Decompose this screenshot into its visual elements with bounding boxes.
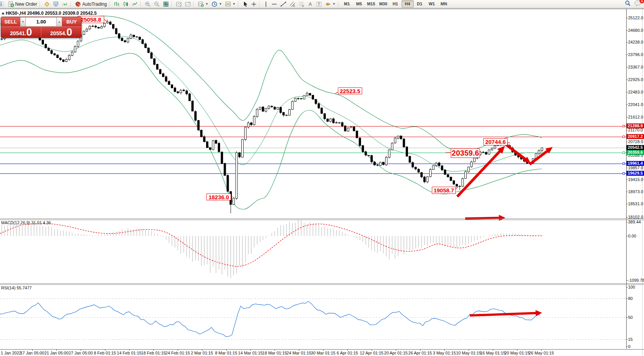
candle-bull xyxy=(427,177,428,182)
text-label-tool-button[interactable]: T xyxy=(314,0,324,8)
volume-decrease-button[interactable]: ▼ xyxy=(20,17,26,27)
timeframe-button-mn[interactable]: MN xyxy=(438,0,450,8)
chart-shift-icon xyxy=(185,1,191,7)
candle-bear xyxy=(341,123,343,126)
rsi-line xyxy=(0,301,540,337)
timeframe-button-m15[interactable]: M15 xyxy=(365,0,377,8)
text-a-icon: A xyxy=(308,1,313,7)
price-callout-20359.6[interactable]: 20359.6 xyxy=(451,148,480,158)
auto-scroll-button[interactable] xyxy=(174,0,183,8)
timeframe-button-m1[interactable]: M1 xyxy=(341,0,353,8)
candle-bear xyxy=(333,119,335,123)
chart-window-icon[interactable] xyxy=(0,1,3,7)
chart-plot-area[interactable] xyxy=(0,0,644,356)
new-order-button[interactable]: New Order xyxy=(6,0,39,8)
timeframe-button-h4[interactable]: H4 xyxy=(402,0,414,8)
autotrading-button[interactable]: AutoTrading xyxy=(73,0,108,8)
trend-arrow-shaft[interactable] xyxy=(506,145,527,160)
candle-bear xyxy=(450,177,452,181)
price-callout-19058.7[interactable]: 19058.7 xyxy=(432,187,456,194)
price-callout-18236.0[interactable]: 18236.0 xyxy=(206,194,231,200)
timeframe-button-m30[interactable]: M30 xyxy=(377,0,389,8)
price-callout-25058.8[interactable]: 25058.8 xyxy=(78,16,104,23)
timeframe-button-w1[interactable]: W1 xyxy=(426,0,438,8)
volume-increase-button[interactable]: ▲ xyxy=(56,17,62,27)
timeframe-button-h1[interactable]: H1 xyxy=(389,0,402,8)
candle-bear xyxy=(113,24,114,28)
chart-menu-icon[interactable] xyxy=(2,12,5,14)
timeframe-button-d1[interactable]: D1 xyxy=(414,0,426,8)
candle-bear xyxy=(203,137,205,142)
candle-bull xyxy=(430,169,431,176)
hline-anchor-square[interactable] xyxy=(623,125,625,127)
candlestick-button[interactable] xyxy=(121,0,130,8)
price-callout-20744.6[interactable]: 20744.6 xyxy=(483,138,508,145)
candle-bull xyxy=(291,101,293,109)
candle-bear xyxy=(195,111,197,120)
toolbar-grip xyxy=(109,1,111,7)
candle-bear xyxy=(218,143,220,152)
bar-chart-button[interactable] xyxy=(112,0,121,8)
indicators-button[interactable]: ▼ xyxy=(196,0,210,8)
candle-bear xyxy=(183,90,185,91)
zoom-in-button[interactable] xyxy=(143,0,152,8)
one-click-trading-panel: SELL ▼ 1.00 ▲ BUY 20541.0 20554.0 xyxy=(1,17,81,38)
timeframe-button-m5[interactable]: M5 xyxy=(353,0,365,8)
shapes-tool-button[interactable]: ▼ xyxy=(324,0,337,8)
terminal-button[interactable] xyxy=(52,0,61,8)
search-icon[interactable] xyxy=(624,0,631,8)
channel-tool-button[interactable]: E xyxy=(288,0,297,8)
trend-arrow-shaft[interactable] xyxy=(470,313,537,315)
hline-anchor-square[interactable] xyxy=(623,136,625,138)
candle-bull xyxy=(541,148,543,151)
fibonacci-tool-button[interactable]: F xyxy=(297,0,306,8)
candle-bull xyxy=(491,148,493,150)
candle-bear xyxy=(109,22,111,24)
buy-price-main: 20554. xyxy=(50,30,67,36)
price-axis-label: 24238.0 xyxy=(628,40,643,44)
candle-bear xyxy=(356,131,358,138)
text-tool-button[interactable]: A xyxy=(306,0,314,8)
candle-bear xyxy=(318,104,320,108)
hline-anchor-square[interactable] xyxy=(623,152,625,154)
candle-bear xyxy=(283,112,284,115)
periods-button[interactable]: ▼ xyxy=(210,0,224,8)
candle-bear xyxy=(415,167,417,169)
candle-bear xyxy=(280,107,281,112)
candle-bull xyxy=(459,186,461,187)
hline-tool-button[interactable] xyxy=(270,0,279,8)
candle-bull xyxy=(303,95,305,99)
candle-bear xyxy=(377,165,378,165)
volume-input[interactable]: 1.00 xyxy=(26,17,56,27)
sell-price[interactable]: 20541.0 xyxy=(1,27,41,38)
rsi-indicator-label: RSI(14) 55.7477 xyxy=(1,286,32,290)
hline-anchor-square[interactable] xyxy=(623,163,625,165)
cursor-button[interactable] xyxy=(241,0,249,8)
signals-button[interactable] xyxy=(61,0,70,8)
panel-separator[interactable] xyxy=(0,283,644,284)
zoom-out-button[interactable] xyxy=(152,0,161,8)
crosshair-button[interactable] xyxy=(249,0,258,8)
vline-tool-button[interactable] xyxy=(262,0,270,8)
candle-bull xyxy=(474,158,475,162)
tile-windows-button[interactable] xyxy=(161,0,170,8)
price-callout-22523.5[interactable]: 22523.5 xyxy=(338,87,362,94)
toolbar-grip xyxy=(140,1,142,7)
trendline-tool-button[interactable] xyxy=(279,0,288,8)
hline-anchor-square[interactable] xyxy=(623,173,625,175)
autotrading-label: AutoTrading xyxy=(82,2,107,7)
buy-price[interactable]: 20554.0 xyxy=(41,27,81,38)
candle-bear xyxy=(118,34,120,38)
line-chart-button[interactable] xyxy=(130,0,139,8)
notifications-button[interactable]: 1 xyxy=(634,0,642,8)
buy-button[interactable]: BUY xyxy=(62,17,81,27)
sell-button[interactable]: SELL xyxy=(1,17,20,27)
macd-axis-label: 389.44 xyxy=(628,220,641,224)
styler-button[interactable] xyxy=(42,0,52,8)
candle-bull xyxy=(289,109,291,115)
panel-separator[interactable] xyxy=(0,219,644,219)
candle-bull xyxy=(1,39,3,39)
candle-bull xyxy=(233,198,234,205)
templates-button[interactable]: ▼ xyxy=(224,0,237,8)
chart-shift-button[interactable] xyxy=(183,0,192,8)
